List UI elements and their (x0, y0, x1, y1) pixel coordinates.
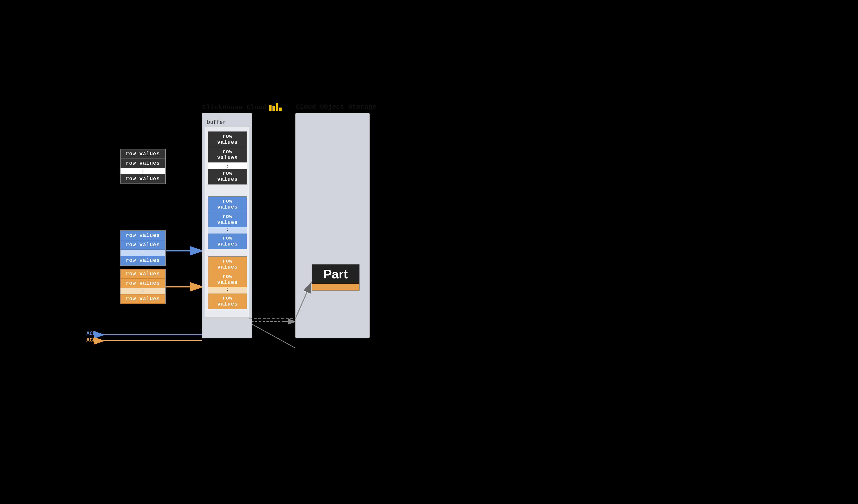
blue-row-3: row values (121, 256, 165, 265)
buf-dark-row-3: row values (208, 169, 247, 184)
buffer-box: row values row values ⋮ row values row v… (205, 126, 249, 318)
dark-dots: ⋮ (121, 168, 165, 174)
buf-blue-dots: ⋮ (208, 227, 247, 233)
buf-dark-row-1: row values (208, 132, 247, 147)
buffer-orange-block: row values row values ⋮ row values (208, 256, 247, 309)
cloud-storage-title-area: Cloud Object Storage (296, 103, 377, 111)
ack-orange-label: ACK (86, 337, 96, 343)
orange-row-1: row values (121, 269, 165, 279)
dark-row-2: row values (121, 159, 165, 168)
diagram: row values row values ⋮ row values row v… (0, 0, 858, 504)
orange-row-3: row values (121, 294, 165, 304)
ch-bar-1 (269, 104, 271, 111)
buf-blue-row-2: row values (208, 212, 247, 227)
ch-bar-4 (279, 108, 282, 111)
left-orange-block: row values row values ⋮ row values (120, 269, 166, 304)
left-dark-block: row values row values ⋮ row values (120, 149, 166, 184)
buf-blue-row-1: row values (208, 197, 247, 212)
buf-dark-row-2: row values (208, 147, 247, 162)
buf-dark-dots: ⋮ (208, 162, 247, 169)
buf-orange-row-3: row values (208, 294, 247, 309)
buf-orange-row-2: row values (208, 272, 247, 287)
blue-row-2: row values (121, 240, 165, 249)
ch-bar-2 (272, 106, 275, 111)
blue-row-1: row values (121, 231, 165, 240)
part-tile: Part (312, 264, 360, 291)
buf-blue-row-3: row values (208, 233, 247, 249)
part-tile-bar (312, 284, 359, 290)
buf-orange-dots: ⋮ (208, 287, 247, 294)
dark-row-1: row values (121, 149, 165, 159)
buffer-dark-block: row values row values ⋮ row values (208, 131, 247, 184)
clickhouse-logo (269, 103, 282, 111)
buffer-blue-block: row values row values ⋮ row values (208, 196, 247, 249)
blue-dots: ⋮ (121, 249, 165, 256)
ack-blue-label: ACK (86, 331, 96, 337)
left-blue-block: row values row values ⋮ row values (120, 230, 166, 266)
buffer-label: buffer (207, 119, 226, 126)
clickhouse-title-area: ClickHouse Cloud (202, 103, 282, 111)
clickhouse-title: ClickHouse Cloud (202, 104, 267, 111)
buf-orange-row-1: row values (208, 257, 247, 272)
cloud-storage-box (295, 113, 370, 338)
cloud-storage-title: Cloud Object Storage (296, 103, 377, 111)
part-label: Part (312, 264, 359, 284)
ch-bar-3 (276, 103, 278, 111)
dark-row-3: row values (121, 174, 165, 184)
orange-row-2: row values (121, 279, 165, 288)
buffer-to-storage-arrow (247, 322, 295, 348)
orange-dots: ⋮ (121, 288, 165, 294)
